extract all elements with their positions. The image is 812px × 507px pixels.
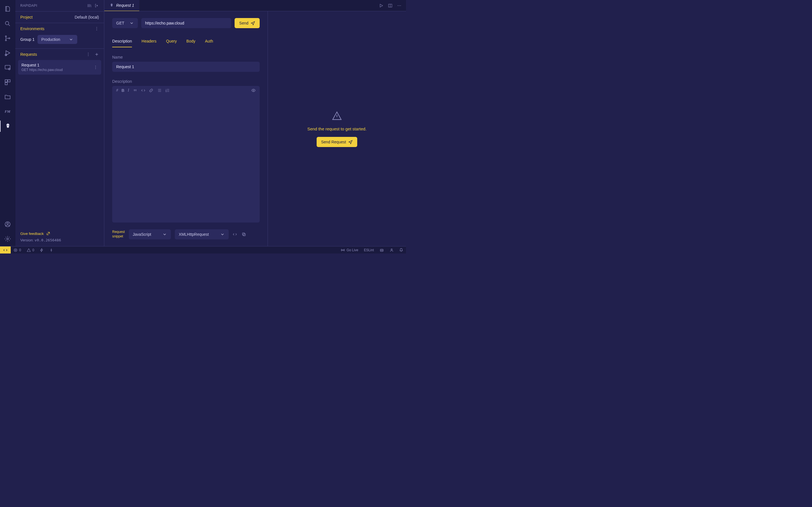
environments-menu-icon[interactable] [94, 26, 99, 31]
svg-rect-32 [380, 249, 384, 251]
heading-icon[interactable]: # [116, 88, 118, 93]
svg-point-3 [9, 38, 10, 39]
accounts-icon[interactable] [3, 219, 12, 230]
svg-rect-7 [5, 80, 7, 82]
warning-icon [332, 111, 342, 121]
svg-point-19 [95, 66, 96, 66]
request-panel: GET Send Description Headers Query Body … [104, 11, 268, 246]
description-label: Description [112, 79, 260, 83]
snippet-lib-select[interactable]: XMLHttpRequest [175, 229, 229, 239]
name-input[interactable] [112, 62, 260, 72]
svg-rect-9 [5, 82, 7, 85]
problems-errors[interactable]: 0 [11, 248, 24, 252]
tab-auth[interactable]: Auth [205, 37, 213, 47]
copilot-icon[interactable] [377, 248, 387, 252]
svg-point-20 [95, 67, 96, 68]
chevron-down-icon [130, 21, 134, 25]
rapidapi-extension-icon[interactable] [0, 121, 15, 132]
svg-rect-5 [5, 65, 10, 69]
svg-point-14 [96, 29, 97, 29]
request-item-menu-icon[interactable] [93, 65, 98, 69]
svg-rect-28 [242, 233, 245, 235]
bold-icon[interactable]: B [121, 88, 124, 93]
chevron-down-icon [69, 37, 73, 42]
svg-point-11 [7, 223, 8, 224]
exit-icon[interactable] [94, 3, 99, 8]
italic-icon[interactable]: I [128, 88, 129, 93]
go-live-button[interactable]: Go Live [338, 248, 361, 252]
svg-point-30 [51, 249, 52, 251]
feedback-icon[interactable] [387, 248, 396, 252]
rapidapi-icon [109, 3, 114, 8]
description-toolbar: # B I [112, 86, 260, 95]
project-label: Project [20, 15, 33, 19]
problems-warnings[interactable]: 0 [24, 248, 37, 252]
svg-point-2 [5, 40, 6, 41]
environments-label: Environments [20, 26, 45, 31]
fm-extension-icon[interactable]: FM [3, 106, 12, 117]
svg-point-18 [88, 55, 89, 56]
list-icon[interactable] [157, 88, 162, 93]
svg-point-21 [95, 68, 96, 69]
request-item[interactable]: Request 1 GET https://echo.paw.cloud [18, 60, 101, 75]
env-group[interactable]: Group 1 [20, 37, 35, 42]
search-icon[interactable] [3, 18, 12, 29]
status-lightning-icon[interactable] [37, 248, 47, 252]
code-icon[interactable] [141, 88, 146, 93]
add-request-icon[interactable] [94, 52, 99, 57]
remote-indicator[interactable] [0, 246, 11, 253]
svg-point-0 [5, 21, 9, 25]
svg-point-31 [343, 249, 343, 250]
snippet-lang-select[interactable]: JavaScript [129, 229, 171, 239]
env-select[interactable]: Production [38, 35, 77, 44]
split-editor-icon[interactable] [388, 3, 393, 8]
tab-headers[interactable]: Headers [142, 37, 156, 47]
extensions-icon[interactable] [3, 76, 12, 88]
run-icon[interactable] [379, 3, 384, 8]
settings-gear-icon[interactable] [3, 233, 12, 244]
more-icon[interactable] [397, 3, 402, 8]
env-selected: Production [42, 37, 60, 42]
request-tabs: Description Headers Query Body Auth [112, 37, 260, 48]
eslint-status[interactable]: ESLint [361, 248, 377, 252]
method-select[interactable]: GET [112, 18, 138, 28]
code-snippet-icon[interactable] [233, 232, 237, 237]
copy-icon[interactable] [242, 232, 246, 237]
svg-point-24 [399, 5, 400, 6]
library-icon[interactable] [87, 3, 92, 8]
link-icon[interactable] [149, 88, 153, 93]
request-item-sub: GET https://echo.paw.cloud [21, 68, 63, 72]
remote-explorer-icon[interactable] [3, 62, 12, 73]
status-bar: 0 0 Go Live ESLint [0, 246, 406, 253]
svg-point-17 [88, 54, 89, 55]
url-input[interactable] [141, 18, 232, 28]
status-commit-icon[interactable] [47, 248, 56, 252]
tab-description[interactable]: Description [112, 37, 132, 47]
svg-point-15 [96, 30, 97, 31]
quote-icon[interactable] [133, 88, 138, 93]
requests-menu-icon[interactable] [86, 52, 91, 57]
editor-tab[interactable]: Request 1 [104, 0, 139, 11]
version-label: Version: v0.0.2656486 [20, 238, 99, 242]
give-feedback-link[interactable]: Give feedback [20, 231, 99, 236]
source-control-icon[interactable] [3, 33, 12, 44]
folder-icon[interactable] [3, 91, 12, 103]
svg-point-23 [398, 5, 398, 6]
svg-point-12 [7, 238, 8, 240]
explorer-icon[interactable] [3, 3, 12, 15]
run-debug-icon[interactable] [3, 47, 12, 59]
svg-point-25 [400, 5, 401, 6]
notifications-icon[interactable] [396, 248, 406, 252]
send-request-button[interactable]: Send Request [317, 137, 357, 147]
project-row[interactable]: Project Default (local) [15, 11, 104, 23]
tab-query[interactable]: Query [166, 37, 177, 47]
send-button[interactable]: Send [235, 18, 260, 28]
project-value: Default (local) [75, 15, 99, 19]
preview-icon[interactable] [251, 88, 256, 93]
request-item-title: Request 1 [21, 63, 63, 67]
numbered-list-icon[interactable] [165, 88, 170, 93]
svg-rect-8 [8, 80, 10, 82]
svg-point-26 [253, 90, 254, 91]
tab-body[interactable]: Body [186, 37, 195, 47]
description-textarea[interactable] [112, 95, 260, 223]
